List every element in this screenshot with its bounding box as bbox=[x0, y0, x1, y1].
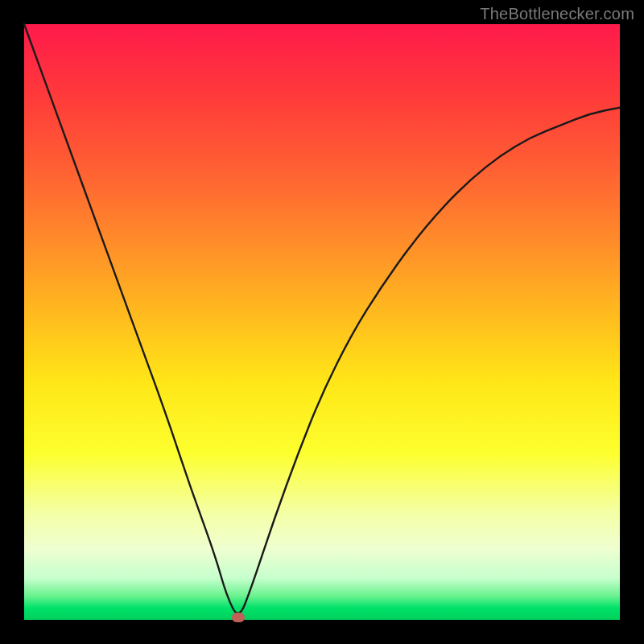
chart-plot-area bbox=[24, 24, 620, 620]
watermark-text: TheBottlenecker.com bbox=[480, 5, 634, 23]
chart-curve bbox=[24, 24, 620, 613]
chart-min-marker bbox=[232, 613, 245, 622]
chart-stage: TheBottlenecker.com bbox=[0, 0, 644, 644]
chart-curve-svg bbox=[24, 24, 620, 620]
